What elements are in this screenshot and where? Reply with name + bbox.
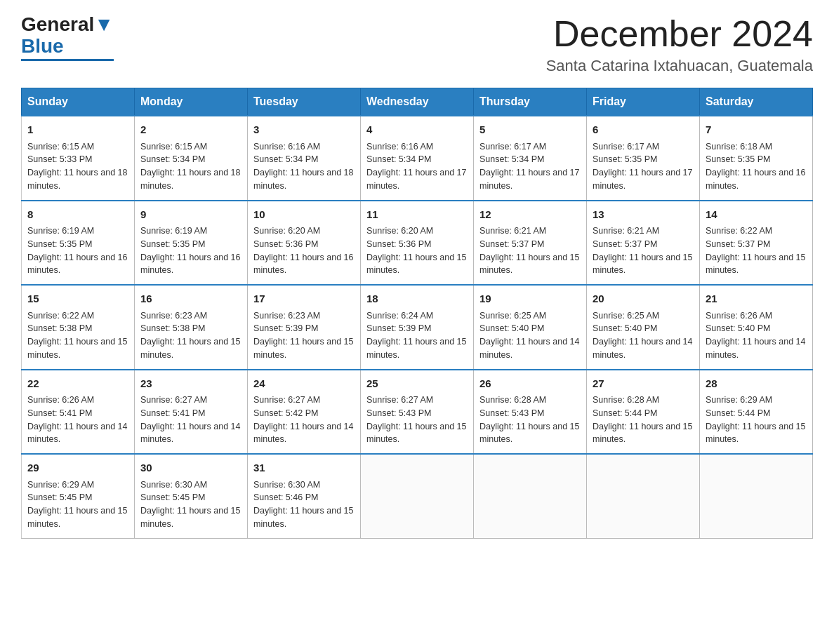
day-number: 29 (27, 460, 128, 476)
day-info: Sunrise: 6:30 AMSunset: 5:46 PMDaylight:… (253, 480, 353, 529)
day-info: Sunrise: 6:24 AMSunset: 5:39 PMDaylight:… (366, 311, 466, 360)
calendar-cell: 22Sunrise: 6:26 AMSunset: 5:41 PMDayligh… (22, 370, 135, 455)
calendar-cell: 12Sunrise: 6:21 AMSunset: 5:37 PMDayligh… (474, 201, 587, 286)
calendar-cell: 16Sunrise: 6:23 AMSunset: 5:38 PMDayligh… (135, 285, 248, 370)
calendar-cell: 14Sunrise: 6:22 AMSunset: 5:37 PMDayligh… (700, 201, 813, 286)
calendar-cell: 28Sunrise: 6:29 AMSunset: 5:44 PMDayligh… (700, 370, 813, 455)
calendar-cell: 10Sunrise: 6:20 AMSunset: 5:36 PMDayligh… (248, 201, 361, 286)
day-info: Sunrise: 6:16 AMSunset: 5:34 PMDaylight:… (366, 142, 466, 191)
day-info: Sunrise: 6:18 AMSunset: 5:35 PMDaylight:… (706, 142, 805, 191)
day-info: Sunrise: 6:28 AMSunset: 5:44 PMDaylight:… (593, 395, 692, 444)
calendar-cell: 21Sunrise: 6:26 AMSunset: 5:40 PMDayligh… (700, 285, 813, 370)
logo-blue: Blue (21, 35, 64, 57)
day-info: Sunrise: 6:15 AMSunset: 5:34 PMDaylight:… (140, 142, 240, 191)
location-title: Santa Catarina Ixtahuacan, Guatemala (546, 57, 813, 75)
header-friday: Friday (587, 88, 700, 116)
day-info: Sunrise: 6:27 AMSunset: 5:43 PMDaylight:… (366, 395, 466, 444)
day-number: 28 (706, 376, 807, 392)
calendar-cell: 4Sunrise: 6:16 AMSunset: 5:34 PMDaylight… (361, 116, 474, 201)
day-number: 30 (140, 460, 241, 476)
calendar-cell (361, 454, 474, 538)
day-number: 15 (27, 291, 128, 307)
calendar-cell: 26Sunrise: 6:28 AMSunset: 5:43 PMDayligh… (474, 370, 587, 455)
calendar-cell: 2Sunrise: 6:15 AMSunset: 5:34 PMDaylight… (135, 116, 248, 201)
day-number: 25 (366, 376, 468, 392)
calendar-cell: 19Sunrise: 6:25 AMSunset: 5:40 PMDayligh… (474, 285, 587, 370)
day-info: Sunrise: 6:27 AMSunset: 5:41 PMDaylight:… (140, 395, 240, 444)
day-number: 4 (366, 122, 468, 138)
day-info: Sunrise: 6:30 AMSunset: 5:45 PMDaylight:… (140, 480, 240, 529)
day-info: Sunrise: 6:25 AMSunset: 5:40 PMDaylight:… (593, 311, 692, 360)
calendar-cell: 18Sunrise: 6:24 AMSunset: 5:39 PMDayligh… (361, 285, 474, 370)
day-info: Sunrise: 6:25 AMSunset: 5:40 PMDaylight:… (479, 311, 579, 360)
calendar-week-row: 29Sunrise: 6:29 AMSunset: 5:45 PMDayligh… (22, 454, 813, 538)
calendar-cell: 5Sunrise: 6:17 AMSunset: 5:34 PMDaylight… (474, 116, 587, 201)
calendar-week-row: 15Sunrise: 6:22 AMSunset: 5:38 PMDayligh… (22, 285, 813, 370)
day-info: Sunrise: 6:27 AMSunset: 5:42 PMDaylight:… (253, 395, 353, 444)
calendar-cell: 8Sunrise: 6:19 AMSunset: 5:35 PMDaylight… (22, 201, 135, 286)
calendar-table: SundayMondayTuesdayWednesdayThursdayFrid… (21, 88, 813, 539)
day-number: 1 (27, 122, 128, 138)
day-number: 13 (593, 207, 694, 223)
calendar-cell: 6Sunrise: 6:17 AMSunset: 5:35 PMDaylight… (587, 116, 700, 201)
calendar-cell: 15Sunrise: 6:22 AMSunset: 5:38 PMDayligh… (22, 285, 135, 370)
calendar-week-row: 1Sunrise: 6:15 AMSunset: 5:33 PMDaylight… (22, 116, 813, 201)
calendar-cell: 31Sunrise: 6:30 AMSunset: 5:46 PMDayligh… (248, 454, 361, 538)
page-header: General▼Blue December 2024 Santa Catarin… (21, 14, 813, 75)
day-info: Sunrise: 6:22 AMSunset: 5:37 PMDaylight:… (706, 226, 805, 275)
calendar-cell: 29Sunrise: 6:29 AMSunset: 5:45 PMDayligh… (22, 454, 135, 538)
day-info: Sunrise: 6:22 AMSunset: 5:38 PMDaylight:… (27, 311, 127, 360)
calendar-cell (587, 454, 700, 538)
day-info: Sunrise: 6:26 AMSunset: 5:41 PMDaylight:… (27, 395, 127, 444)
day-number: 23 (140, 376, 241, 392)
calendar-cell: 23Sunrise: 6:27 AMSunset: 5:41 PMDayligh… (135, 370, 248, 455)
header-sunday: Sunday (22, 88, 135, 116)
day-info: Sunrise: 6:20 AMSunset: 5:36 PMDaylight:… (253, 226, 353, 275)
calendar-cell: 25Sunrise: 6:27 AMSunset: 5:43 PMDayligh… (361, 370, 474, 455)
day-info: Sunrise: 6:21 AMSunset: 5:37 PMDaylight:… (593, 226, 692, 275)
calendar-cell: 17Sunrise: 6:23 AMSunset: 5:39 PMDayligh… (248, 285, 361, 370)
day-number: 8 (27, 207, 128, 223)
day-number: 3 (253, 122, 355, 138)
header-saturday: Saturday (700, 88, 813, 116)
calendar-cell: 9Sunrise: 6:19 AMSunset: 5:35 PMDaylight… (135, 201, 248, 286)
day-info: Sunrise: 6:29 AMSunset: 5:45 PMDaylight:… (27, 480, 127, 529)
title-section: December 2024 Santa Catarina Ixtahuacan,… (546, 14, 813, 75)
day-number: 18 (366, 291, 468, 307)
day-number: 31 (253, 460, 355, 476)
calendar-cell (700, 454, 813, 538)
day-number: 22 (27, 376, 128, 392)
day-number: 2 (140, 122, 241, 138)
day-number: 11 (366, 207, 468, 223)
day-info: Sunrise: 6:21 AMSunset: 5:37 PMDaylight:… (479, 226, 579, 275)
day-number: 19 (479, 291, 581, 307)
day-info: Sunrise: 6:29 AMSunset: 5:44 PMDaylight:… (706, 395, 805, 444)
day-number: 5 (479, 122, 581, 138)
day-number: 26 (479, 376, 581, 392)
day-info: Sunrise: 6:16 AMSunset: 5:34 PMDaylight:… (253, 142, 353, 191)
calendar-cell: 13Sunrise: 6:21 AMSunset: 5:37 PMDayligh… (587, 201, 700, 286)
calendar-cell: 20Sunrise: 6:25 AMSunset: 5:40 PMDayligh… (587, 285, 700, 370)
calendar-week-row: 8Sunrise: 6:19 AMSunset: 5:35 PMDaylight… (22, 201, 813, 286)
day-number: 7 (706, 122, 807, 138)
day-info: Sunrise: 6:17 AMSunset: 5:34 PMDaylight:… (479, 142, 579, 191)
calendar-cell (474, 454, 587, 538)
day-info: Sunrise: 6:19 AMSunset: 5:35 PMDaylight:… (140, 226, 240, 275)
day-info: Sunrise: 6:15 AMSunset: 5:33 PMDaylight:… (27, 142, 127, 191)
calendar-cell: 1Sunrise: 6:15 AMSunset: 5:33 PMDaylight… (22, 116, 135, 201)
logo: General▼Blue (21, 14, 114, 61)
calendar-week-row: 22Sunrise: 6:26 AMSunset: 5:41 PMDayligh… (22, 370, 813, 455)
day-info: Sunrise: 6:26 AMSunset: 5:40 PMDaylight:… (706, 311, 805, 360)
month-title: December 2024 (546, 14, 813, 54)
day-info: Sunrise: 6:19 AMSunset: 5:35 PMDaylight:… (27, 226, 127, 275)
logo-text: General▼Blue (21, 14, 114, 58)
logo-underline (21, 59, 114, 61)
calendar-cell: 7Sunrise: 6:18 AMSunset: 5:35 PMDaylight… (700, 116, 813, 201)
day-number: 27 (593, 376, 694, 392)
calendar-cell: 3Sunrise: 6:16 AMSunset: 5:34 PMDaylight… (248, 116, 361, 201)
day-info: Sunrise: 6:20 AMSunset: 5:36 PMDaylight:… (366, 226, 466, 275)
day-number: 6 (593, 122, 694, 138)
header-wednesday: Wednesday (361, 88, 474, 116)
calendar-cell: 27Sunrise: 6:28 AMSunset: 5:44 PMDayligh… (587, 370, 700, 455)
calendar-cell: 11Sunrise: 6:20 AMSunset: 5:36 PMDayligh… (361, 201, 474, 286)
